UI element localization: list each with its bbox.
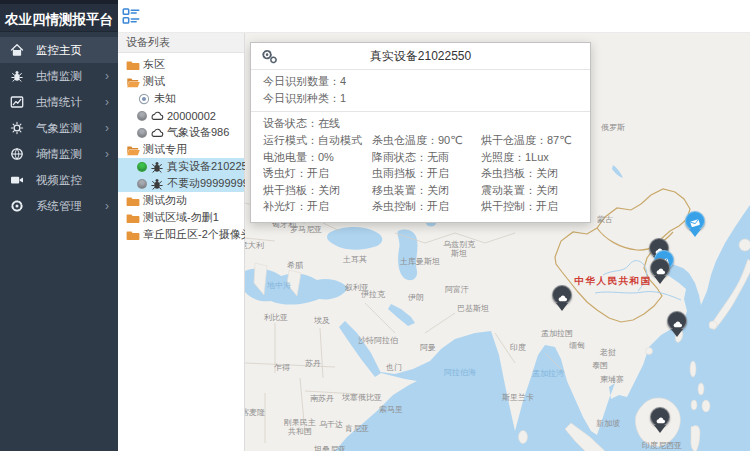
sidebar-item-label: 虫情监测: [36, 69, 105, 84]
device-panel-header: 设备列表: [118, 33, 244, 53]
tree-toggle-icon[interactable]: [122, 7, 140, 25]
sidebar-item-label: 墒情监测: [36, 147, 105, 162]
device-marker[interactable]: [685, 211, 705, 238]
device-tree-item[interactable]: 章丘阳丘区-2个摄像头: [118, 226, 244, 243]
gear-icon: [10, 199, 24, 213]
status-dot: [137, 128, 147, 138]
folder-open-icon: [126, 75, 140, 89]
field-label: 补光灯: [263, 200, 307, 212]
device-tree-item[interactable]: 未知: [118, 90, 244, 107]
sidebar-item[interactable]: 虫情统计 ›: [0, 89, 118, 115]
device-panel: 设备列表 东区 测试 未知 20000002 气象设备986 测试专用 真实设备…: [118, 33, 245, 451]
device-marker[interactable]: [552, 285, 572, 312]
sidebar-item-label: 虫情统计: [36, 95, 105, 110]
sidebar-item[interactable]: 系统管理 ›: [0, 193, 118, 219]
tree-item-label: 未知: [154, 91, 176, 106]
device-marker[interactable]: [667, 311, 687, 338]
cloud-icon: [150, 109, 164, 123]
popup-field: 运行模式自动模式: [263, 132, 372, 149]
field-label: 杀虫控制: [372, 200, 427, 212]
field-value: 关闭: [427, 184, 449, 196]
cogs-icon[interactable]: [261, 48, 277, 64]
tree-item-label: 不要动99999999: [167, 176, 249, 191]
device-tree-item[interactable]: 气象设备986: [118, 124, 244, 141]
chevron-right-icon: ›: [105, 96, 109, 108]
sidebar-item[interactable]: 监控主页 ›: [0, 37, 118, 63]
soil-icon: [10, 147, 24, 161]
tree-item-label: 测试区域-勿删1: [143, 210, 219, 225]
field-value: 0%: [318, 151, 334, 163]
chevron-right-icon: ›: [105, 70, 109, 82]
tree-item-label: 20000002: [167, 110, 216, 122]
marker-pin: [685, 211, 705, 231]
map-canvas[interactable]: 俄罗斯捷克乌克兰匈牙利罗马尼亚意大利哈萨克斯坦蒙古希腊土耳其土库曼斯坦乌兹别克 …: [245, 33, 750, 451]
device-tree-item[interactable]: 不要动99999999: [118, 175, 244, 192]
folder-icon: [126, 211, 140, 225]
field-value: 关闭: [536, 167, 558, 179]
field-value: 开启: [307, 167, 329, 179]
device-tree-item[interactable]: 测试勿动: [118, 192, 244, 209]
field-value: 1Lux: [525, 151, 549, 163]
folder-icon: [126, 228, 140, 242]
device-icon: [689, 215, 701, 227]
popup-title: 真实设备21022550: [277, 48, 564, 65]
stat-value: 4: [340, 75, 346, 87]
status-dot: [137, 111, 147, 121]
device-marker[interactable]: [650, 407, 670, 434]
popup-field: 电池电量0%: [263, 149, 372, 166]
sidebar-item[interactable]: 虫情监测 ›: [0, 63, 118, 89]
field-label: 烘干仓温度: [481, 134, 547, 146]
device-tree-item[interactable]: 测试专用: [118, 141, 244, 158]
popup-field: 光照度1Lux: [481, 149, 578, 166]
device-status-row: 设备状态在线: [263, 115, 578, 132]
sidebar-item[interactable]: 视频监控 ›: [0, 167, 118, 193]
popup-field: 烘干仓温度87℃: [481, 132, 578, 149]
marker-pin: [552, 285, 572, 305]
sidebar-item[interactable]: 气象监测 ›: [0, 115, 118, 141]
field-value: 开启: [427, 167, 449, 179]
tree-item-label: 测试勿动: [143, 193, 187, 208]
device-tree-item[interactable]: 测试区域-勿删1: [118, 209, 244, 226]
popup-stats: 今日识别数量4今日识别种类1: [251, 70, 590, 112]
field-value: 关闭: [536, 184, 558, 196]
folder-icon: [126, 194, 140, 208]
topbar: [118, 0, 750, 33]
sidebar-item[interactable]: 墒情监测 ›: [0, 141, 118, 167]
popup-field: 烘干挡板关闭: [263, 182, 372, 199]
device-tree-item[interactable]: 20000002: [118, 107, 244, 124]
tree-item-label: 测试专用: [143, 142, 187, 157]
field-label: 烘干挡板: [263, 184, 318, 196]
sidebar-menu: 监控主页 › 虫情监测 › 虫情统计 › 气象监测 › 墒情监测 › 视频监控 …: [0, 32, 118, 219]
chevron-right-icon: ›: [105, 122, 109, 134]
device-popup: 真实设备21022550 今日识别数量4今日识别种类1 设备状态在线 运行模式自…: [250, 42, 591, 223]
field-value: 自动模式: [318, 134, 362, 146]
device-tree-item[interactable]: 测试: [118, 73, 244, 90]
chevron-right-icon: ›: [105, 200, 109, 212]
bug-icon: [150, 160, 164, 174]
cloud-icon: [655, 412, 666, 423]
cloud-icon: [557, 290, 568, 301]
field-value: 87℃: [547, 134, 572, 146]
popup-field: 补光灯开启: [263, 198, 372, 215]
field-value: 开启: [536, 200, 558, 212]
radio-icon: [137, 92, 151, 106]
device-marker[interactable]: [650, 258, 670, 285]
cloud-icon: [672, 316, 683, 327]
bug-icon: [10, 69, 24, 83]
stat-label: 设备状态: [263, 117, 318, 129]
popup-body: 设备状态在线 运行模式自动模式杀虫仓温度90℃烘干仓温度87℃电池电量0%降雨状…: [251, 112, 590, 222]
field-value: 无雨: [427, 151, 449, 163]
popup-field: 杀虫控制开启: [372, 198, 481, 215]
device-tree-item[interactable]: 真实设备21022550: [118, 158, 244, 175]
marker-pin: [650, 258, 670, 278]
cloud-icon: [150, 126, 164, 140]
device-tree-item[interactable]: 东区: [118, 56, 244, 73]
popup-stat-row: 今日识别种类1: [263, 90, 578, 107]
status-dot: [137, 162, 147, 172]
field-value: 90℃: [438, 134, 463, 146]
sidebar-item-label: 视频监控: [36, 173, 105, 188]
field-label: 光照度: [481, 151, 525, 163]
marker-pin: [650, 407, 670, 427]
stat-value: 1: [340, 92, 346, 104]
field-label: 震动装置: [481, 184, 536, 196]
